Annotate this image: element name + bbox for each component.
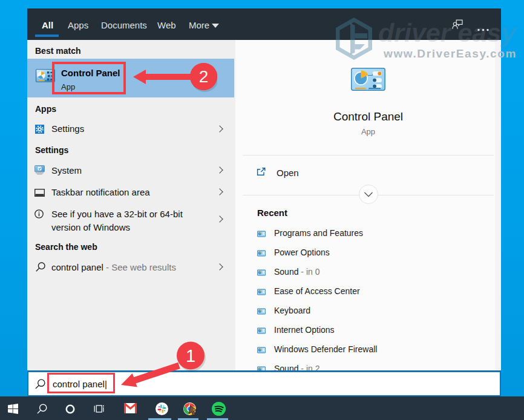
- svg-text:2: 2: [199, 67, 209, 86]
- svg-text:1: 1: [186, 346, 195, 366]
